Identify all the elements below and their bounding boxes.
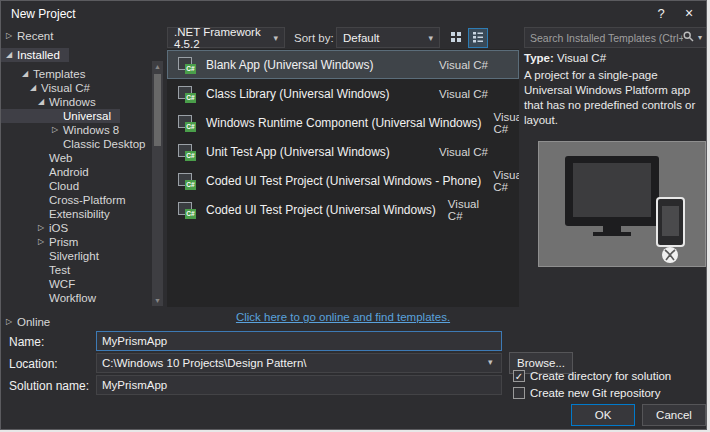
template-item-class-library-universal-windows[interactable]: C#Class Library (Universal Windows)Visua… bbox=[167, 79, 519, 108]
tree-item-recent[interactable]: ▷Recent bbox=[1, 29, 165, 43]
tree-item-silverlight[interactable]: Silverlight bbox=[1, 249, 165, 263]
tree-item-label: Recent bbox=[17, 29, 53, 43]
chevron-down-icon: ▾ bbox=[267, 33, 278, 43]
template-item-coded-ui-test-project-universal-windows-phone[interactable]: C#Coded UI Test Project (Universal Windo… bbox=[167, 166, 519, 195]
template-preview-image bbox=[538, 141, 706, 267]
list-view-button[interactable] bbox=[468, 28, 488, 48]
tree-item-label: Prism bbox=[49, 235, 78, 249]
tree-item-wcf[interactable]: WCF bbox=[1, 277, 165, 291]
template-list: C#Blank App (Universal Windows)Visual C#… bbox=[167, 49, 519, 307]
location-input[interactable] bbox=[96, 353, 502, 373]
help-button[interactable]: ? bbox=[646, 1, 676, 25]
tree-item-label: Universal bbox=[63, 109, 111, 123]
tree-item-templates[interactable]: ◢Templates bbox=[1, 67, 165, 81]
sort-dropdown[interactable]: Default ▾ bbox=[336, 27, 440, 48]
template-description: A project for a single-page Universal Wi… bbox=[524, 68, 706, 128]
search-icon[interactable] bbox=[683, 31, 694, 45]
tree-item-label: Windows bbox=[49, 95, 96, 109]
tree-item-label: Templates bbox=[33, 67, 85, 81]
location-dropdown-icon[interactable]: ▾ bbox=[488, 357, 493, 367]
coded-ui-test-project-universal-windows-phone-icon: C# bbox=[178, 173, 196, 189]
tree-item-label: Visual C# bbox=[41, 81, 90, 95]
create-directory-label: Create directory for solution bbox=[530, 370, 671, 382]
unit-test-app-universal-windows-icon: C# bbox=[178, 144, 196, 160]
close-icon[interactable]: × bbox=[674, 1, 704, 25]
solution-name-input[interactable] bbox=[96, 375, 502, 395]
template-name: Unit Test App (Universal Windows) bbox=[206, 145, 390, 159]
tree-item-label: Web bbox=[49, 151, 72, 165]
tree-expanded-arrow-icon[interactable]: ◢ bbox=[38, 95, 49, 109]
coded-ui-test-project-universal-windows-icon: C# bbox=[178, 202, 196, 218]
monitor-icon bbox=[565, 156, 659, 236]
template-name: Class Library (Universal Windows) bbox=[206, 87, 389, 101]
location-label: Location: bbox=[9, 357, 58, 371]
tree-item-test[interactable]: Test bbox=[1, 263, 165, 277]
tree-item-label: Test bbox=[49, 263, 70, 277]
tree-collapsed-arrow-icon[interactable]: ▷ bbox=[38, 221, 49, 235]
ok-button[interactable]: OK bbox=[571, 404, 635, 426]
search-input[interactable] bbox=[530, 32, 683, 44]
tree-item-ios[interactable]: ▷iOS bbox=[1, 221, 165, 235]
scrollbar-thumb[interactable] bbox=[154, 74, 161, 146]
tree-item-classic-desktop[interactable]: Classic Desktop bbox=[1, 137, 165, 151]
tree-item-universal[interactable]: Universal bbox=[1, 109, 120, 123]
tree-collapsed-arrow-icon[interactable]: ▷ bbox=[6, 29, 17, 43]
tree-expanded-arrow-icon[interactable]: ◢ bbox=[22, 67, 33, 81]
scroll-down-button[interactable]: ▼ bbox=[152, 295, 163, 306]
scroll-up-button[interactable]: ▲ bbox=[152, 61, 163, 72]
tree-item-workflow[interactable]: Workflow bbox=[1, 291, 165, 305]
create-directory-checkbox-row[interactable]: ✓ Create directory for solution bbox=[513, 370, 671, 382]
template-item-coded-ui-test-project-universal-windows[interactable]: C#Coded UI Test Project (Universal Windo… bbox=[167, 195, 519, 224]
tree-collapsed-arrow-icon[interactable]: ▷ bbox=[38, 235, 49, 249]
tree-item-label: Workflow bbox=[49, 291, 96, 305]
chevron-down-icon[interactable]: ▾ bbox=[698, 33, 702, 42]
name-input[interactable] bbox=[96, 331, 502, 351]
small-icons-view-button[interactable] bbox=[446, 28, 466, 48]
template-language: Visual C# bbox=[427, 59, 488, 71]
create-directory-checkbox[interactable]: ✓ bbox=[513, 370, 525, 382]
tree-item-online[interactable]: ▷ Online bbox=[1, 315, 50, 329]
chevron-down-icon: ▾ bbox=[422, 33, 433, 43]
tree-item-windows[interactable]: ◢Windows bbox=[1, 95, 165, 109]
create-git-repo-checkbox[interactable] bbox=[513, 387, 525, 399]
template-name: Coded UI Test Project (Universal Windows… bbox=[206, 203, 436, 217]
framework-dropdown[interactable]: .NET Framework 4.5.2 ▾ bbox=[167, 27, 285, 48]
tree-item-web[interactable]: Web bbox=[1, 151, 165, 165]
template-item-windows-runtime-component-universal-windows[interactable]: C#Windows Runtime Component (Universal W… bbox=[167, 108, 519, 137]
template-language: Visual C# bbox=[481, 169, 519, 193]
new-project-dialog: New Project ? × ▷Recent◢Installed◢Templa… bbox=[0, 0, 707, 430]
phone-icon bbox=[657, 198, 684, 246]
tree-item-label: Online bbox=[17, 315, 50, 329]
tree-item-visual-c[interactable]: ◢Visual C# bbox=[1, 81, 165, 95]
template-name: Coded UI Test Project (Universal Windows… bbox=[206, 174, 481, 188]
tree-expanded-arrow-icon[interactable]: ◢ bbox=[6, 48, 17, 62]
create-git-repo-checkbox-row[interactable]: Create new Git repository bbox=[513, 387, 660, 399]
tree-collapsed-arrow-icon[interactable]: ▷ bbox=[52, 123, 63, 137]
tree-item-android[interactable]: Android bbox=[1, 165, 165, 179]
tree-item-label: Classic Desktop bbox=[63, 137, 145, 151]
tree-item-extensibility[interactable]: Extensibility bbox=[1, 207, 165, 221]
tree-expanded-arrow-icon[interactable]: ◢ bbox=[30, 81, 41, 95]
template-language: Visual C# bbox=[481, 111, 519, 135]
tree-item-prism[interactable]: ▷Prism bbox=[1, 235, 165, 249]
template-item-unit-test-app-universal-windows[interactable]: C#Unit Test App (Universal Windows)Visua… bbox=[167, 137, 519, 166]
tree-scrollbar[interactable]: ▲ ▼ bbox=[152, 61, 163, 306]
template-item-blank-app-universal-windows[interactable]: C#Blank App (Universal Windows)Visual C# bbox=[167, 50, 519, 79]
tree-item-installed[interactable]: ◢Installed bbox=[1, 48, 69, 62]
blank-app-universal-windows-icon: C# bbox=[178, 57, 196, 73]
template-language: Visual C# bbox=[436, 198, 488, 222]
tree-item-windows-8[interactable]: ▷Windows 8 bbox=[1, 123, 165, 137]
framework-value: .NET Framework 4.5.2 bbox=[174, 26, 267, 50]
template-name: Windows Runtime Component (Universal Win… bbox=[206, 116, 481, 130]
tree-collapsed-arrow-icon[interactable]: ▷ bbox=[6, 315, 17, 329]
windows-runtime-component-universal-windows-icon: C# bbox=[178, 115, 196, 131]
tree-item-label: WCF bbox=[49, 277, 75, 291]
installed-templates-tree: ▷Recent◢Installed◢Templates◢Visual C#◢Wi… bbox=[1, 29, 165, 309]
name-label: Name: bbox=[9, 335, 44, 349]
cancel-button[interactable]: Cancel bbox=[642, 404, 706, 426]
tree-item-label: Installed bbox=[17, 48, 60, 62]
find-templates-online-link[interactable]: Click here to go online and find templat… bbox=[167, 311, 519, 323]
tree-item-cloud[interactable]: Cloud bbox=[1, 179, 165, 193]
tree-item-cross-platform[interactable]: Cross-Platform bbox=[1, 193, 165, 207]
tree-item-label: Cloud bbox=[49, 179, 79, 193]
